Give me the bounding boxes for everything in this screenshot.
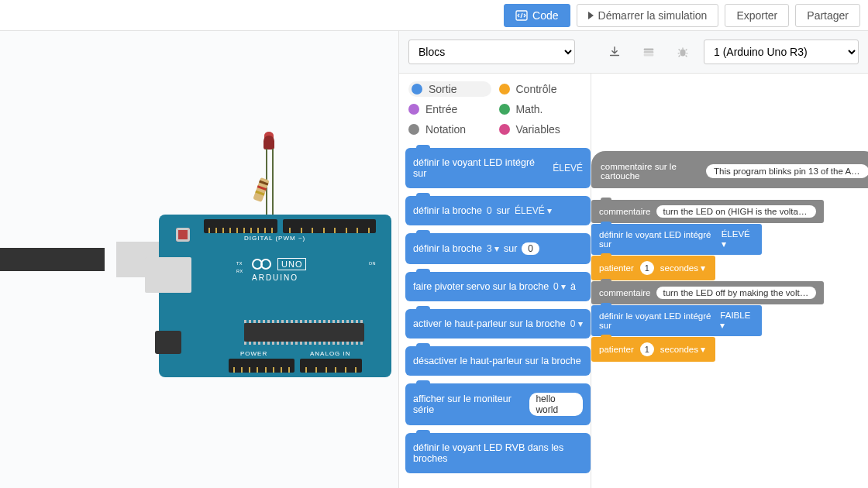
wait-block[interactable]: patienter 1 secondes ▾ — [591, 256, 715, 280]
category-entree[interactable]: Entrée — [408, 101, 491, 117]
code-button[interactable]: Code — [504, 4, 570, 27]
unit-dropdown[interactable]: secondes ▾ — [660, 263, 705, 273]
hat-comment-text[interactable]: This program blinks pin 13 of the Arduin… — [706, 164, 868, 178]
svg-rect-1 — [644, 49, 654, 51]
block-label: définir le voyant LED intégré sur — [413, 157, 541, 179]
pin-dropdown[interactable]: 0 ▾ — [553, 281, 566, 292]
block-label: désactiver le haut-parleur sur la broche — [413, 356, 581, 366]
block-tail: à — [570, 281, 576, 292]
program-stack[interactable]: commentaire sur le cartouche This progra… — [591, 151, 868, 362]
digital-label: DIGITAL (PWM ~) — [244, 235, 305, 242]
category-label: Notation — [425, 123, 466, 136]
library-button[interactable] — [636, 39, 662, 65]
comment-text[interactable]: turn the LED on (HIGH is the voltage lev… — [656, 205, 816, 218]
palette-block-list[interactable]: définir le voyant LED intégré sur ÉLEVÉ … — [399, 143, 591, 488]
pin-dropdown[interactable]: 3 ▾ — [487, 243, 499, 254]
category-controle[interactable]: Contrôle — [499, 81, 582, 97]
start-simulation-button[interactable]: Démarrer la simulation — [577, 4, 719, 27]
dot-icon — [408, 124, 419, 135]
pin-dropdown[interactable]: 0 ▾ — [570, 318, 583, 329]
export-button[interactable]: Exporter — [725, 4, 789, 27]
comment-block[interactable]: commentaire turn the LED on (HIGH is the… — [591, 200, 824, 223]
device-select[interactable]: 1 (Arduino Uno R3) — [704, 40, 859, 64]
stack-icon — [642, 45, 656, 59]
value-dropdown[interactable]: ÉLEVÉ ▾ — [722, 229, 754, 249]
svg-point-4 — [680, 49, 685, 56]
code-body: Sortie Contrôle Entrée Math. Notation Va… — [399, 74, 868, 488]
main-split: DIGITAL (PWM ~) UNO ARDUINO TX RX ON POW… — [0, 31, 868, 488]
atmega-chip — [244, 323, 364, 342]
comment-label: commentaire — [599, 207, 650, 216]
text-input[interactable]: hello world — [529, 393, 583, 416]
set-led-block[interactable]: définir le voyant LED intégré sur ÉLEVÉ … — [591, 224, 762, 255]
block-label: définir le voyant LED intégré sur — [599, 230, 715, 249]
value-input[interactable]: 0 — [522, 242, 539, 255]
bug-icon — [676, 45, 690, 59]
model-badge: UNO — [277, 258, 306, 270]
code-toolbar: Blocs 1 (Arduino Uno R3) — [399, 31, 868, 74]
download-icon — [608, 45, 622, 59]
block-speaker-on[interactable]: activer le haut-parleur sur la broche0 ▾ — [405, 309, 591, 339]
code-button-label: Code — [532, 9, 558, 22]
block-label: définir le voyant LED intégré sur — [599, 311, 714, 330]
usb-port — [145, 257, 191, 293]
wait-block[interactable]: patienter 1 secondes ▾ — [591, 337, 715, 362]
category-math[interactable]: Math. — [499, 101, 582, 117]
block-set-builtin-led[interactable]: définir le voyant LED intégré sur ÉLEVÉ — [405, 148, 591, 188]
usb-cable[interactable] — [0, 240, 116, 279]
category-variables[interactable]: Variables — [499, 122, 582, 137]
arduino-board[interactable]: DIGITAL (PWM ~) UNO ARDUINO TX RX ON POW… — [159, 215, 391, 377]
hat-label: commentaire sur le cartouche — [601, 162, 700, 180]
download-button[interactable] — [601, 39, 628, 65]
header-power[interactable] — [229, 359, 294, 373]
block-speaker-off[interactable]: désactiver le haut-parleur sur la broche — [405, 346, 591, 376]
pin-dropdown[interactable]: 0 — [487, 205, 492, 216]
category-notation[interactable]: Notation — [408, 122, 491, 137]
comment-block[interactable]: commentaire turn the LED off by making t… — [591, 281, 824, 304]
header-digital-right[interactable] — [283, 219, 376, 233]
code-pane: Blocs 1 (Arduino Uno R3) Sortie Contrôle — [399, 31, 868, 488]
wait-value[interactable]: 1 — [640, 342, 654, 356]
block-set-pin-analog[interactable]: définir la broche3 ▾sur0 — [405, 233, 591, 264]
category-label: Math. — [516, 103, 543, 115]
wait-value[interactable]: 1 — [640, 261, 654, 275]
block-set-pin-digital[interactable]: définir la broche0surÉLEVÉ ▾ — [405, 196, 591, 225]
svg-rect-2 — [644, 51, 654, 53]
block-label: définir le voyant LED RVB dans les broch… — [413, 442, 583, 464]
category-label: Contrôle — [516, 83, 557, 95]
hat-comment-block[interactable]: commentaire sur le cartouche This progra… — [591, 151, 868, 188]
wait-label: patienter — [599, 263, 634, 273]
block-label: définir la broche — [413, 205, 482, 216]
set-led-block[interactable]: définir le voyant LED intégré sur FAIBLE… — [591, 305, 762, 336]
header-digital-left[interactable] — [204, 219, 277, 233]
start-simulation-label: Démarrer la simulation — [598, 9, 708, 22]
block-set-rgb-led[interactable]: définir le voyant LED RVB dans les broch… — [405, 433, 591, 473]
block-label: activer le haut-parleur sur la broche — [413, 318, 566, 329]
block-serial-print[interactable]: afficher sur le moniteur sériehello worl… — [405, 383, 591, 425]
code-mode-select[interactable]: Blocs — [408, 40, 575, 64]
svg-rect-3 — [644, 54, 654, 57]
header-analog[interactable] — [300, 359, 362, 373]
value-dropdown[interactable]: FAIBLE ▾ — [720, 311, 754, 331]
block-rotate-servo[interactable]: faire pivoter servo sur la broche0 ▾à — [405, 272, 591, 301]
value-dropdown[interactable]: ÉLEVÉ ▾ — [515, 205, 552, 216]
unit-dropdown[interactable]: secondes ▾ — [660, 344, 705, 355]
share-button[interactable]: Partager — [795, 4, 860, 27]
dot-icon — [499, 104, 510, 115]
circuit-canvas[interactable]: DIGITAL (PWM ~) UNO ARDUINO TX RX ON POW… — [0, 31, 399, 488]
category-sortie[interactable]: Sortie — [408, 81, 491, 97]
board-brand: UNO — [252, 258, 306, 270]
category-label: Entrée — [425, 103, 457, 115]
export-label: Exporter — [736, 9, 777, 22]
dot-icon — [499, 124, 510, 135]
comment-text[interactable]: turn the LED off by making the voltage L… — [656, 287, 816, 299]
rx-label: RX — [236, 269, 243, 273]
category-label: Sortie — [429, 83, 457, 95]
brand-text: ARDUINO — [252, 273, 298, 282]
code-workspace[interactable]: commentaire sur le cartouche This progra… — [591, 74, 868, 488]
debug-button[interactable] — [670, 39, 696, 65]
play-icon — [588, 12, 594, 19]
block-value[interactable]: ÉLEVÉ — [553, 163, 583, 174]
dot-icon — [408, 104, 419, 115]
reset-button[interactable] — [176, 228, 190, 242]
